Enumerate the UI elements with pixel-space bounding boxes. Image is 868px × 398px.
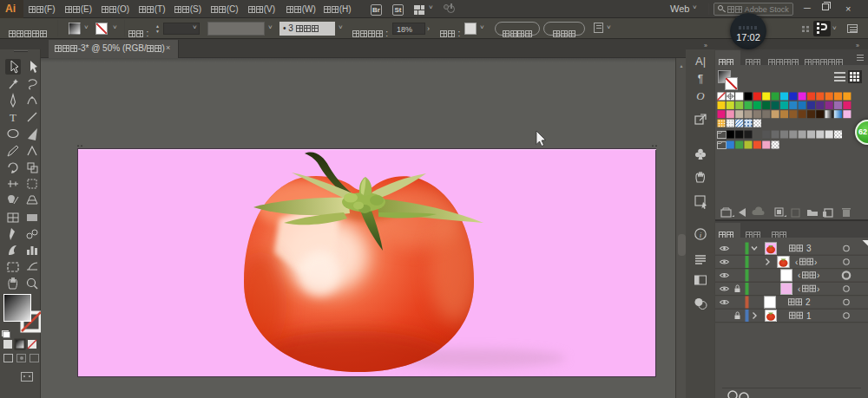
svg-text:3: 3 <box>806 244 812 253</box>
svg-text:A|: A| <box>695 55 706 68</box>
svg-text:‹: ‹ <box>798 284 800 294</box>
svg-text:‹: ‹ <box>795 258 798 267</box>
svg-text:›: › <box>817 284 819 294</box>
svg-text:¶: ¶ <box>698 73 703 85</box>
svg-text:‹: ‹ <box>798 271 800 280</box>
svg-text:2: 2 <box>806 297 811 307</box>
svg-text:›: › <box>817 271 819 280</box>
svg-text:1: 1 <box>806 311 812 321</box>
svg-text:i: i <box>700 231 702 239</box>
svg-text:T: T <box>10 111 16 124</box>
svg-text:O: O <box>696 89 705 102</box>
svg-text:›: › <box>814 258 817 267</box>
